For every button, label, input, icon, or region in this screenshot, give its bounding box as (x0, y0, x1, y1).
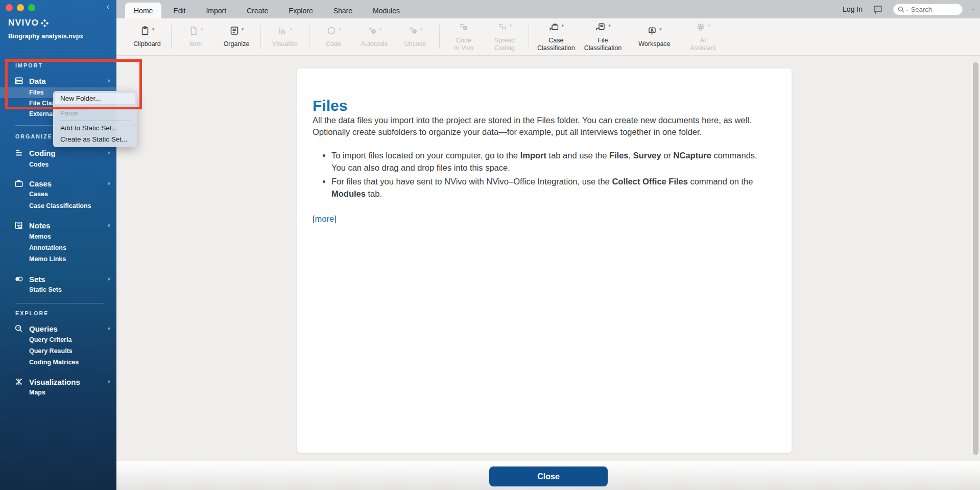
cases-icon (14, 179, 23, 188)
case-classification-button[interactable]: ▾ CaseClassification (533, 22, 580, 52)
code-circle-icon (326, 26, 337, 36)
ribbon-separator (529, 25, 529, 49)
ribbon-separator (679, 25, 679, 49)
sidebar-item-memo-links[interactable]: Memo Links (0, 254, 116, 265)
close-button[interactable]: Close (489, 466, 608, 486)
log-in-button[interactable]: Log In (843, 5, 863, 13)
feedback-chat-icon[interactable] (873, 4, 883, 14)
code-button: ▾ Code (313, 26, 354, 48)
subfolders-paragraph: Optionally create subfolders to organize… (313, 126, 772, 138)
chevron-down-icon[interactable]: ˅ (107, 379, 110, 385)
data-icon (14, 76, 23, 85)
sidebar-item-coding-matrices[interactable]: Coding Matrices (0, 357, 116, 368)
organize-button[interactable]: ▾ Organize (216, 26, 257, 48)
ribbon-separator (439, 25, 440, 49)
tab-explore[interactable]: Explore (280, 3, 321, 18)
ribbon-collapse-chevron-icon[interactable]: ⌄ (971, 5, 975, 12)
window-close-button[interactable] (6, 4, 13, 11)
file-classification-icon (595, 22, 606, 32)
workspace-icon (647, 26, 657, 36)
sidebar-item-maps[interactable]: Maps (0, 387, 116, 398)
uncode-icon (408, 26, 418, 36)
tab-import[interactable]: Import (197, 3, 235, 18)
chevron-down-icon[interactable]: ˅ (107, 223, 110, 228)
ribbon-separator (630, 25, 630, 49)
document-icon (188, 26, 199, 36)
tab-modules[interactable]: Modules (364, 3, 409, 18)
sidebar-item-cases[interactable]: Cases (0, 189, 116, 200)
window-zoom-button[interactable] (28, 4, 35, 11)
sidebar-item-query-results[interactable]: Query Results (0, 346, 116, 357)
context-menu-item-paste: Paste (53, 108, 137, 119)
sidebar-item-case-classifications[interactable]: Case Classifications (0, 201, 116, 212)
sidebar-group-notes[interactable]: Notes ˅ (14, 219, 110, 231)
sidebar-item-codes[interactable]: Codes (0, 159, 116, 170)
sidebar-group-coding[interactable]: Coding ˅ (14, 147, 110, 159)
search-icon (898, 6, 904, 13)
nvivo-logo: NVIVO (8, 18, 49, 28)
sidebar-group-queries[interactable]: Queries ˅ (14, 322, 110, 335)
sidebar-group-visualizations[interactable]: Visualizations ˅ (14, 376, 110, 388)
vertical-scrollbar[interactable] (973, 62, 978, 455)
sidebar-group-cases[interactable]: Cases ˅ (14, 177, 110, 190)
autocode-icon (367, 26, 377, 36)
navigation-sidebar: ‹ NVIVO Biography analysis.nvpx IMPORT D… (0, 0, 116, 490)
bar-chart-icon (278, 26, 288, 36)
visualize-button: ▾ Visualize (265, 26, 305, 48)
chevron-down-icon[interactable]: ˅ (107, 78, 110, 84)
search-scope-caret-icon[interactable]: ⌄ (905, 8, 909, 12)
section-label-organize: ORGANIZE (15, 133, 53, 139)
ai-assistant-icon (696, 22, 706, 32)
item-button: ▾ Item (175, 26, 216, 48)
context-menu-item-create-as-static-set[interactable]: Create as Static Set... (53, 134, 137, 145)
chevron-down-icon[interactable]: ˅ (107, 276, 110, 282)
tab-create[interactable]: Create (238, 3, 277, 18)
nvivo-app-window: Home Edit Import Create Explore Share Mo… (0, 0, 980, 490)
sidebar-collapse-icon[interactable]: ‹ (107, 3, 109, 11)
sidebar-item-query-criteria[interactable]: Query Criteria (0, 335, 116, 345)
file-classification-button[interactable]: ▾ FileClassification (580, 22, 627, 52)
ribbon-toolbar: ▾ Clipboard ▾ Item ▾ Organize (116, 18, 980, 56)
code-in-vivo-icon (459, 22, 469, 32)
more-link[interactable]: more (315, 214, 334, 223)
context-menu-item-new-folder[interactable]: New Folder... (55, 93, 135, 104)
chevron-down-icon[interactable]: ˅ (107, 150, 110, 156)
search-field[interactable]: ⌄ (893, 4, 963, 15)
intro-paragraph: All the data files you import into the p… (313, 114, 772, 126)
context-menu-item-add-to-static-set[interactable]: Add to Static Set... (53, 123, 137, 134)
code-in-vivo-button: CodeIn Vivo (443, 22, 484, 52)
sidebar-item-memos[interactable]: Memos (0, 231, 116, 242)
search-input[interactable] (910, 5, 947, 14)
tab-home[interactable]: Home (125, 3, 161, 18)
section-label-import: IMPORT (15, 62, 43, 68)
clipboard-button[interactable]: ▾ Clipboard (127, 26, 168, 48)
workspace-button[interactable]: ▾ Workspace (634, 26, 675, 48)
clipboard-icon (140, 26, 150, 36)
chevron-down-icon[interactable]: ˅ (107, 181, 110, 186)
coding-icon (14, 148, 23, 157)
sidebar-group-sets[interactable]: Sets ˅ (14, 273, 110, 285)
page-title: Files (313, 97, 772, 114)
bullet-office-integration: For files that you have sent to NVivo wi… (331, 176, 772, 200)
sidebar-group-data[interactable]: Data ˅ (14, 75, 110, 87)
uncode-button: ▾ Uncode (395, 26, 436, 48)
queries-icon (14, 324, 23, 333)
sidebar-item-annotations[interactable]: Annotations (0, 243, 116, 253)
chevron-down-icon[interactable]: ˅ (107, 326, 110, 332)
tab-share[interactable]: Share (325, 3, 361, 18)
organize-list-icon (229, 26, 240, 36)
help-bullet-list: To import files located on your computer… (313, 150, 772, 200)
tab-strip: Home Edit Import Create Explore Share Mo… (124, 0, 410, 18)
more-link-row: [more] (313, 214, 772, 224)
sidebar-divider (15, 303, 105, 304)
spread-coding-button: ▾ SpreadCoding (484, 22, 525, 52)
files-context-menu: New Folder... Paste Add to Static Set...… (53, 91, 137, 147)
ribbon-separator (309, 25, 309, 49)
window-minimize-button[interactable] (17, 4, 24, 11)
tab-edit[interactable]: Edit (164, 3, 194, 18)
sets-icon (14, 274, 23, 284)
sidebar-item-static-sets[interactable]: Static Sets (0, 285, 116, 295)
notes-icon (14, 221, 23, 230)
visualizations-icon (14, 377, 23, 386)
help-content-card: Files All the data files you import into… (297, 68, 792, 453)
